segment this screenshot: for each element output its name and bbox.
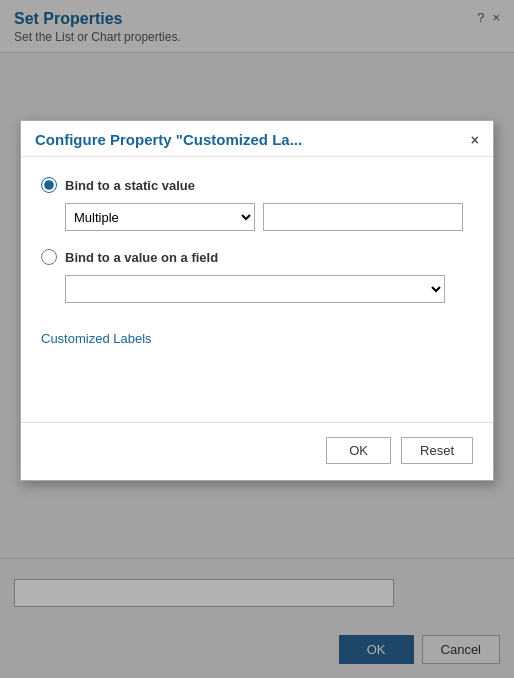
reset-button[interactable]: Reset (401, 437, 473, 464)
modal-header: Configure Property "Customized La... × (21, 121, 493, 157)
ok-button[interactable]: OK (326, 437, 391, 464)
static-value-radio[interactable] (41, 177, 57, 193)
modal-title: Configure Property "Customized La... (35, 131, 302, 148)
static-value-text-input[interactable] (263, 203, 463, 231)
field-value-section: Bind to a value on a field (41, 249, 473, 303)
static-value-radio-row: Bind to a static value (41, 177, 473, 193)
static-value-select[interactable]: Multiple Single None (65, 203, 255, 231)
static-value-controls: Multiple Single None (65, 203, 473, 231)
body-spacer (41, 346, 473, 406)
field-select-row (41, 275, 473, 303)
field-value-label: Bind to a value on a field (65, 250, 218, 265)
customized-labels-link[interactable]: Customized Labels (41, 331, 152, 346)
static-value-label: Bind to a static value (65, 178, 195, 193)
field-value-select[interactable] (65, 275, 445, 303)
field-value-radio-row: Bind to a value on a field (41, 249, 473, 265)
configure-property-dialog: Configure Property "Customized La... × B… (20, 120, 494, 481)
modal-body: Bind to a static value Multiple Single N… (21, 157, 493, 422)
static-value-section: Bind to a static value Multiple Single N… (41, 177, 473, 231)
modal-footer: OK Reset (21, 422, 493, 480)
modal-close-button[interactable]: × (471, 133, 479, 147)
field-value-radio[interactable] (41, 249, 57, 265)
